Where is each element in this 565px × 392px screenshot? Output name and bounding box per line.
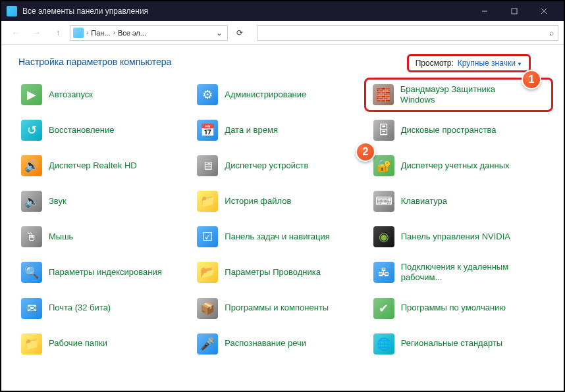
item-label: Панель задач и навигация: [225, 232, 330, 242]
breadcrumb-2[interactable]: Все эл...: [118, 29, 146, 37]
item-label: Клавиатура: [401, 196, 447, 207]
control-panel-item[interactable]: ▶Автозапуск: [18, 82, 194, 108]
control-panel-item[interactable]: 📦Программы и компоненты: [194, 295, 370, 322]
item-label: Автозапуск: [49, 89, 93, 100]
sound-icon: 🔈: [21, 191, 42, 212]
control-panel-item[interactable]: ⚙Администрирование: [194, 82, 370, 108]
indexing-icon: 🔍: [21, 262, 42, 283]
back-button[interactable]: ←: [7, 24, 25, 42]
item-label: Рабочие папки: [49, 338, 107, 349]
item-label: Программы по умолчанию: [401, 303, 506, 313]
control-panel-item[interactable]: ◉Панель управления NVIDIA: [371, 224, 547, 250]
file-history-icon: 📁: [197, 191, 218, 212]
chevron-right-icon: ›: [86, 29, 88, 36]
address-bar[interactable]: › Пан... › Все эл... ⌄: [70, 25, 228, 41]
programs-icon: 📦: [197, 298, 218, 319]
items-grid: ▶Автозапуск⚙Администрирование🧱Брандмауэр…: [18, 82, 547, 357]
item-label: Администрирование: [225, 89, 306, 100]
control-panel-item[interactable]: 🖱Мышь: [18, 224, 194, 250]
keyboard-icon: ⌨: [373, 191, 394, 212]
control-panel-item[interactable]: 🔐Диспетчер учетных данных: [371, 153, 547, 179]
page-title: Настройка параметров компьютера: [18, 57, 171, 67]
item-label: Диспетчер устройств: [225, 160, 308, 171]
credential-manager-icon: 🔐: [373, 155, 394, 176]
control-panel-item[interactable]: ↺Восстановление: [18, 117, 194, 143]
control-panel-item[interactable]: 🖥Диспетчер устройств: [194, 153, 370, 179]
control-panel-item[interactable]: 📁Рабочие папки: [18, 331, 194, 357]
control-panel-item[interactable]: 📅Дата и время: [194, 117, 370, 143]
device-manager-icon: 🖥: [197, 155, 218, 176]
admin-tools-icon: ⚙: [197, 84, 218, 105]
mouse-icon: 🖱: [21, 226, 42, 247]
control-panel-crumb-icon: [73, 28, 84, 38]
item-label: Дисковые пространства: [401, 125, 497, 135]
search-input[interactable]: ⌕: [257, 25, 558, 41]
taskbar-icon: ☑: [197, 226, 218, 247]
breadcrumb-1[interactable]: Пан...: [91, 29, 110, 37]
control-panel-item[interactable]: 🔈Звук: [18, 188, 194, 214]
control-panel-item[interactable]: 🌐Региональные стандарты: [371, 331, 547, 357]
mail-icon: ✉: [21, 298, 42, 319]
annotation-callout-2: 2: [356, 142, 375, 162]
window-title: Все элементы панели управления: [22, 7, 470, 16]
nvidia-icon: ◉: [373, 226, 394, 247]
view-label: Просмотр:: [416, 59, 454, 68]
item-label: Мышь: [49, 232, 73, 242]
control-panel-item[interactable]: ✉Почта (32 бита): [18, 295, 194, 322]
control-panel-item[interactable]: 🖧Подключения к удаленным рабочим...: [371, 259, 547, 286]
region-icon: 🌐: [373, 333, 394, 355]
up-button[interactable]: ↑: [49, 24, 67, 42]
navbar: ← → ↑ › Пан... › Все эл... ⌄ ⟳ ⌕: [1, 21, 564, 45]
close-button[interactable]: [529, 1, 558, 21]
control-panel-item[interactable]: ☑Панель задач и навигация: [194, 224, 370, 250]
item-label: История файлов: [225, 196, 291, 207]
firewall-icon: 🧱: [373, 84, 394, 105]
view-selector[interactable]: Просмотр: Крупные значки: [407, 54, 531, 72]
item-label: Параметры Проводника: [225, 267, 321, 278]
item-label: Диспетчер Realtek HD: [49, 160, 137, 171]
remote-desktop-icon: 🖧: [373, 262, 394, 283]
speech-icon: 🎤: [197, 333, 218, 355]
view-value[interactable]: Крупные значки: [458, 59, 522, 68]
item-label: Распознавание речи: [225, 338, 306, 349]
refresh-button[interactable]: ⟳: [230, 24, 249, 42]
date-time-icon: 📅: [197, 120, 218, 141]
chevron-right-icon: ›: [113, 29, 115, 36]
control-panel-item[interactable]: 🔊Диспетчер Realtek HD: [18, 153, 194, 179]
svg-rect-1: [512, 9, 517, 14]
control-panel-item[interactable]: 📁История файлов: [194, 188, 370, 214]
autoplay-icon: ▶: [21, 84, 42, 105]
item-label: Дата и время: [225, 125, 278, 135]
item-label: Звук: [49, 196, 67, 207]
item-label: Программы и компоненты: [225, 303, 329, 313]
explorer-options-icon: 📂: [197, 262, 218, 283]
storage-spaces-icon: 🗄: [373, 120, 394, 141]
control-panel-item[interactable]: 🗄Дисковые пространства: [371, 117, 547, 143]
annotation-callout-1: 1: [522, 70, 541, 89]
content-area: Настройка параметров компьютера Просмотр…: [1, 45, 564, 391]
maximize-button[interactable]: [499, 1, 529, 21]
address-dropdown-icon[interactable]: ⌄: [214, 28, 225, 37]
forward-button[interactable]: →: [28, 24, 46, 42]
control-panel-item[interactable]: ✔Программы по умолчанию: [371, 295, 547, 322]
control-panel-item[interactable]: 🎤Распознавание речи: [194, 331, 370, 357]
item-label: Подключения к удаленным рабочим...: [401, 262, 520, 283]
titlebar: Все элементы панели управления: [1, 1, 564, 21]
item-label: Панель управления NVIDIA: [401, 232, 510, 242]
control-panel-icon: [7, 6, 17, 16]
item-label: Брандмауэр Защитника Windows: [400, 84, 519, 106]
control-panel-item[interactable]: 🔍Параметры индексирования: [18, 259, 194, 286]
search-icon: ⌕: [549, 28, 554, 37]
default-programs-icon: ✔: [373, 298, 394, 319]
item-label: Параметры индексирования: [49, 267, 162, 278]
minimize-button[interactable]: [470, 1, 499, 21]
item-label: Региональные стандарты: [401, 338, 502, 349]
item-label: Восстановление: [49, 125, 114, 135]
item-label: Почта (32 бита): [49, 303, 111, 313]
item-label: Диспетчер учетных данных: [401, 160, 510, 171]
realtek-icon: 🔊: [21, 155, 42, 176]
control-panel-item[interactable]: ⌨Клавиатура: [371, 188, 547, 214]
work-folders-icon: 📁: [21, 333, 42, 355]
recovery-icon: ↺: [21, 120, 42, 141]
control-panel-item[interactable]: 📂Параметры Проводника: [194, 259, 370, 286]
